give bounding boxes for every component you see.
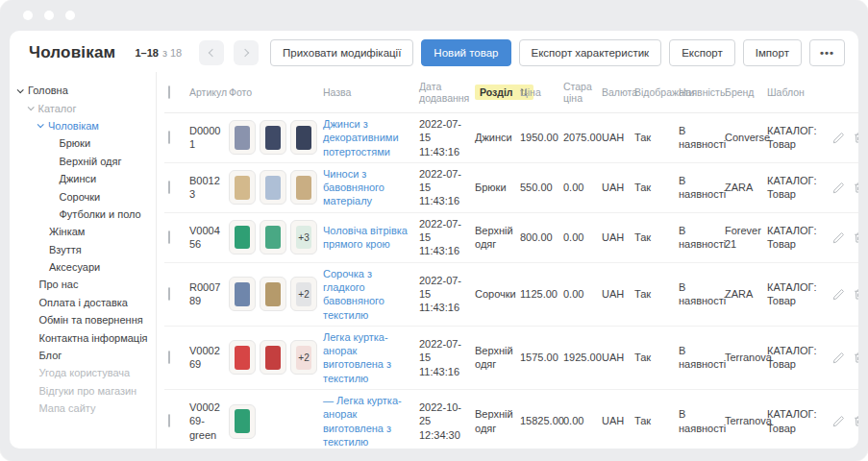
column-header-currency[interactable]: Валюта bbox=[602, 78, 634, 107]
row-checkbox[interactable] bbox=[168, 181, 170, 194]
product-photo[interactable] bbox=[260, 170, 286, 205]
product-photo[interactable] bbox=[290, 120, 317, 155]
column-header-actions[interactable] bbox=[832, 84, 858, 101]
export-characteristics-button[interactable]: Експорт характеристик bbox=[519, 39, 662, 66]
sidebar-item-1[interactable]: Каталог bbox=[10, 99, 156, 116]
column-header-display[interactable]: Відображати bbox=[634, 78, 679, 107]
row-checkbox[interactable] bbox=[168, 131, 170, 144]
sidebar-tree: ГоловнаКаталогЧоловікамБрюкиВерхній одяг… bbox=[10, 72, 156, 449]
pagination-prev-button[interactable] bbox=[199, 40, 224, 65]
edit-button[interactable] bbox=[832, 231, 845, 244]
sidebar-item-2[interactable]: Чоловікам bbox=[10, 117, 156, 134]
display-cell: Так bbox=[634, 283, 679, 304]
sidebar-item-18[interactable]: Мапа сайту bbox=[10, 400, 156, 417]
chevron-down-icon bbox=[27, 104, 34, 110]
edit-button[interactable] bbox=[832, 415, 845, 427]
old-price-cell: 2075.00 bbox=[563, 127, 602, 148]
product-name-link[interactable]: Джинси з декоративними потертостями bbox=[323, 118, 399, 158]
edit-button[interactable] bbox=[832, 182, 845, 194]
product-photo[interactable] bbox=[260, 120, 286, 155]
sidebar-item-home[interactable]: Головна bbox=[10, 82, 156, 99]
sidebar-item-15[interactable]: Блог bbox=[10, 347, 156, 364]
sidebar-item-4[interactable]: Верхній одяг bbox=[10, 153, 156, 170]
more-photos-badge[interactable]: +2 bbox=[290, 277, 317, 311]
import-button[interactable]: Імпорт bbox=[743, 39, 802, 66]
edit-button[interactable] bbox=[832, 352, 845, 364]
more-actions-button[interactable]: ••• bbox=[809, 39, 845, 66]
column-header-price[interactable]: Ціна bbox=[520, 78, 563, 107]
sidebar-item-label: Футболки и поло bbox=[60, 208, 141, 220]
column-header-sku[interactable]: Артикул bbox=[189, 78, 229, 107]
photo-thumbnails: +2 bbox=[229, 340, 317, 375]
photo-thumbnails: +3 bbox=[229, 220, 317, 255]
products-table: АртикулФотоНазваДата додаванняРозділЦіна… bbox=[156, 72, 858, 449]
product-name-link[interactable]: Чоловіча вітрівка прямого крою bbox=[323, 225, 408, 250]
product-photo[interactable] bbox=[229, 340, 256, 375]
delete-button[interactable] bbox=[853, 182, 858, 194]
product-name-link[interactable]: Легка куртка-анорак виготовлена з тексти… bbox=[323, 331, 391, 384]
sidebar-item-16[interactable]: Угода користувача bbox=[10, 364, 156, 381]
old-price-cell: 0.00 bbox=[563, 227, 602, 248]
sidebar-item-13[interactable]: Обмін та повернення bbox=[10, 311, 156, 328]
brand-cell: Terranova bbox=[725, 347, 767, 368]
hide-modifications-button[interactable]: Приховати модифікації bbox=[270, 39, 413, 66]
product-photo[interactable] bbox=[229, 220, 256, 255]
sidebar-item-11[interactable]: Про нас bbox=[10, 276, 156, 293]
column-header-template[interactable]: Шаблон bbox=[767, 78, 832, 107]
product-photo[interactable] bbox=[229, 404, 256, 439]
display-cell: Так bbox=[634, 410, 679, 431]
sidebar-item-10[interactable]: Аксесуари bbox=[10, 258, 156, 276]
edit-button[interactable] bbox=[832, 288, 845, 301]
row-checkbox[interactable] bbox=[168, 414, 170, 427]
product-photo[interactable] bbox=[229, 120, 256, 155]
sidebar-item-12[interactable]: Оплата і доставка bbox=[10, 294, 156, 311]
column-header-old_price[interactable]: Стара ціна bbox=[563, 72, 602, 112]
column-header-brand[interactable]: Бренд bbox=[725, 78, 767, 107]
column-header-date[interactable]: Дата додавання bbox=[419, 72, 475, 112]
sidebar-item-14[interactable]: Контактна інформація bbox=[10, 328, 156, 346]
select-all-checkbox[interactable] bbox=[168, 85, 170, 99]
product-photo[interactable] bbox=[229, 170, 256, 205]
more-photos-badge[interactable]: +3 bbox=[290, 220, 317, 255]
product-photo[interactable] bbox=[260, 220, 286, 255]
pagination-next-button[interactable] bbox=[234, 40, 259, 65]
product-name-link[interactable]: Сорочка з гладкого бавовняного текстилю bbox=[323, 268, 384, 321]
edit-button[interactable] bbox=[832, 132, 845, 144]
product-name-link[interactable]: — Легка куртка-анорак виготовлена з текс… bbox=[323, 395, 402, 448]
new-product-button[interactable]: Новий товар bbox=[421, 39, 510, 66]
sidebar-item-9[interactable]: Взуття bbox=[10, 241, 156, 258]
delete-button[interactable] bbox=[853, 132, 858, 144]
delete-button[interactable] bbox=[853, 288, 858, 301]
pagination: 1–18 з 18 bbox=[135, 40, 259, 65]
row-checkbox[interactable] bbox=[168, 287, 170, 301]
product-photo[interactable] bbox=[290, 170, 317, 205]
more-photos-badge[interactable]: +2 bbox=[290, 340, 317, 375]
sidebar-item-8[interactable]: Жінкам bbox=[10, 223, 156, 240]
product-photo[interactable] bbox=[260, 340, 286, 375]
delete-button[interactable] bbox=[853, 415, 858, 427]
column-header-name[interactable]: Назва bbox=[323, 78, 419, 107]
product-photo[interactable] bbox=[229, 277, 256, 311]
row-checkbox[interactable] bbox=[168, 230, 170, 244]
sidebar-item-17[interactable]: Відгуки про магазин bbox=[10, 382, 156, 400]
sidebar-item-7[interactable]: Футболки и поло bbox=[10, 206, 156, 223]
row-checkbox[interactable] bbox=[168, 351, 170, 364]
traffic-light-close-icon[interactable] bbox=[23, 11, 33, 20]
column-header-availability[interactable]: Наявність bbox=[679, 78, 725, 107]
traffic-light-zoom-icon[interactable] bbox=[65, 11, 75, 20]
sidebar-item-6[interactable]: Сорочки bbox=[10, 187, 156, 205]
product-name-link[interactable]: Чиноси з бавовняного матеріалу bbox=[323, 168, 384, 207]
sidebar-item-label: Жінкам bbox=[49, 226, 85, 237]
column-header-section[interactable]: Розділ bbox=[475, 76, 520, 109]
column-header-photo[interactable]: Фото bbox=[229, 78, 323, 107]
sidebar-item-5[interactable]: Джинси bbox=[10, 170, 156, 187]
sidebar-item-3[interactable]: Брюки bbox=[10, 134, 156, 152]
sidebar-item-label: Відгуки про магазин bbox=[39, 385, 137, 397]
currency-cell: UAH bbox=[602, 410, 634, 431]
delete-button[interactable] bbox=[853, 231, 858, 244]
product-photo[interactable] bbox=[260, 277, 286, 311]
delete-button[interactable] bbox=[853, 352, 858, 364]
old-price-cell: 0.00 bbox=[563, 177, 602, 198]
traffic-light-minimize-icon[interactable] bbox=[44, 11, 54, 20]
export-button[interactable]: Експорт bbox=[669, 39, 735, 66]
